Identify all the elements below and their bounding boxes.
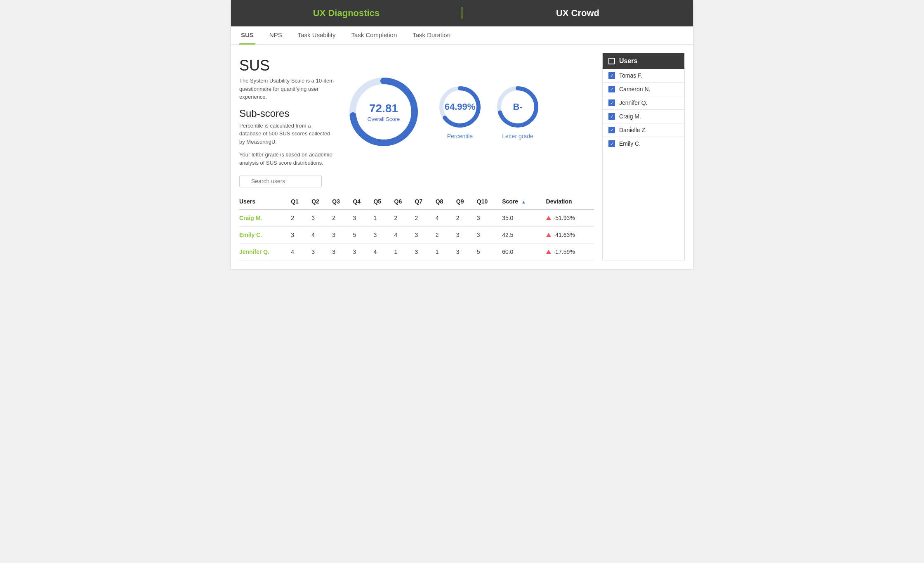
user-cameron: Cameron N. [619,86,650,92]
content-area: SUS The System Usability Scale is a 10-i… [239,53,594,260]
section-title: SUS [239,57,334,74]
checkbox-cameron[interactable]: ✓ [608,86,615,92]
app-header: UX Diagnostics UX Crowd [231,0,693,26]
tab-task-usability[interactable]: Task Usability [296,26,337,45]
tab-task-completion[interactable]: Task Completion [349,26,398,45]
col-q7: Q7 [412,194,432,209]
row2-q6: 4 [391,227,412,244]
header-left: UX Diagnostics [248,8,445,19]
data-table: Users Q1 Q2 Q3 Q4 Q5 Q6 Q7 Q8 Q9 Q10 Sco… [239,194,594,260]
checkbox-danielle[interactable]: ✓ [608,127,615,133]
row2-name: Emily C. [239,227,288,244]
row3-q1: 4 [288,244,308,260]
overall-score-value: 72.81 [368,102,400,115]
deviation-cell-3: -17.59% [546,248,591,255]
row1-q2: 3 [308,209,329,227]
row2-q9: 3 [453,227,474,244]
subsection-desc2: Your letter grade is based on academic a… [239,151,334,167]
overall-score-label: Overall Score [368,116,400,122]
row2-score: 42.5 [499,227,542,244]
section-top: SUS The System Usability Scale is a 10-i… [239,53,594,167]
row3-deviation: -17.59% [543,244,594,260]
row2-q4: 5 [349,227,370,244]
sidebar-item-emily[interactable]: ✓ Emily C. [603,137,684,150]
row2-deviation: -41.63% [543,227,594,244]
sidebar-all-checkbox[interactable] [608,58,615,64]
row2-q1: 3 [288,227,308,244]
row2-q7: 3 [412,227,432,244]
tab-sus[interactable]: SUS [239,26,255,45]
row1-deviation: -51.93% [543,209,594,227]
row3-q5: 4 [370,244,391,260]
row1-q6: 2 [391,209,412,227]
col-users: Users [239,194,288,209]
percentile-chart: 64.99% Percentile [437,84,483,140]
sidebar-item-jennifer[interactable]: ✓ Jennifer Q. [603,96,684,110]
checkbox-tomas[interactable]: ✓ [608,72,615,79]
grade-chart: B- Letter grade [495,84,540,140]
deviation-cell-2: -41.63% [546,232,591,238]
overall-chart-wrapper: 72.81 Overall Score [346,75,421,149]
sort-icon: ▲ [521,199,526,204]
subsection-desc: Percentile is calculated from a database… [239,122,334,146]
row3-q4: 3 [349,244,370,260]
col-q6: Q6 [391,194,412,209]
header-right: UX Crowd [479,8,676,19]
nav-bar: SUS NPS Task Usability Task Completion T… [231,26,693,45]
row3-q9: 3 [453,244,474,260]
main-content: SUS The System Usability Scale is a 10-i… [231,45,693,269]
tab-task-duration[interactable]: Task Duration [411,26,452,45]
percentile-wrapper: 64.99% [437,84,483,130]
row1-name: Craig M. [239,209,288,227]
tab-nps[interactable]: NPS [268,26,284,45]
table-header: Users Q1 Q2 Q3 Q4 Q5 Q6 Q7 Q8 Q9 Q10 Sco… [239,194,594,209]
row2-q8: 2 [432,227,453,244]
row3-q10: 5 [474,244,499,260]
sidebar-item-tomas[interactable]: ✓ Tomas F. [603,69,684,83]
deviation-icon-1 [546,216,551,220]
col-score[interactable]: Score ▲ [499,194,542,209]
row3-q6: 1 [391,244,412,260]
row3-q7: 3 [412,244,432,260]
row3-q2: 3 [308,244,329,260]
percentile-label: Percentile [447,133,473,140]
sidebar-item-craig[interactable]: ✓ Craig M. [603,110,684,123]
grade-value: B- [513,102,522,112]
col-q10: Q10 [474,194,499,209]
user-craig: Craig M. [619,113,641,120]
sidebar-header-label: Users [619,57,637,65]
user-danielle: Danielle Z. [619,127,647,133]
row1-q7: 2 [412,209,432,227]
grade-text: B- [513,102,522,112]
users-sidebar: Users ✓ Tomas F. ✓ Cameron N. ✓ Jennifer… [602,53,685,260]
col-q8: Q8 [432,194,453,209]
table-body: Craig M. 2 3 2 3 1 2 2 4 2 3 35.0 [239,209,594,260]
col-q9: Q9 [453,194,474,209]
checkbox-craig[interactable]: ✓ [608,113,615,120]
table-row: Craig M. 2 3 2 3 1 2 2 4 2 3 35.0 [239,209,594,227]
col-q1: Q1 [288,194,308,209]
row1-q5: 1 [370,209,391,227]
row2-q10: 3 [474,227,499,244]
sidebar-item-cameron[interactable]: ✓ Cameron N. [603,83,684,96]
user-tomas: Tomas F. [619,72,642,79]
col-q2: Q2 [308,194,329,209]
left-text: SUS The System Usability Scale is a 10-i… [239,57,334,167]
deviation-icon-3 [546,250,551,254]
col-deviation: Deviation [543,194,594,209]
row1-q3: 2 [329,209,349,227]
header-divider [462,7,462,19]
table-row: Emily C. 3 4 3 5 3 4 3 2 3 3 42.5 [239,227,594,244]
sidebar-item-danielle[interactable]: ✓ Danielle Z. [603,123,684,137]
checkbox-jennifer[interactable]: ✓ [608,99,615,106]
user-emily: Emily C. [619,140,641,147]
row1-q4: 3 [349,209,370,227]
deviation-icon-2 [546,233,551,237]
row1-q9: 2 [453,209,474,227]
grade-label: Letter grade [502,133,533,140]
row1-q8: 4 [432,209,453,227]
deviation-value-3: -17.59% [554,248,575,255]
search-input[interactable] [239,175,322,187]
checkbox-emily[interactable]: ✓ [608,140,615,147]
percentile-text: 64.99% [445,102,476,112]
